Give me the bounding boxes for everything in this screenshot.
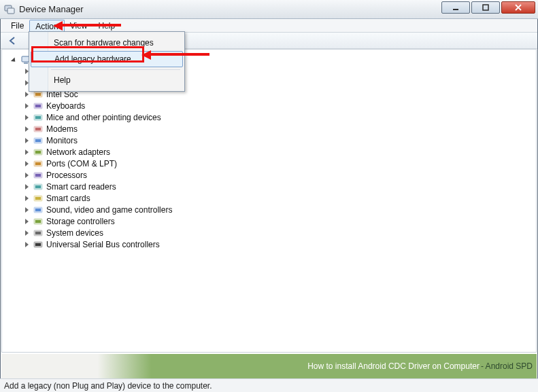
expander-icon[interactable] (24, 137, 31, 144)
menu-file[interactable]: File (5, 19, 29, 32)
svg-rect-11 (35, 93, 41, 96)
device-category-icon (33, 158, 44, 169)
back-button[interactable] (5, 35, 20, 47)
device-category-icon (33, 193, 44, 204)
statusbar: Add a legacy (non Plug and Play) device … (0, 378, 538, 392)
device-category-icon (33, 170, 44, 181)
expander-icon[interactable] (24, 149, 31, 156)
tree-node[interactable]: Keyboards (24, 100, 536, 111)
tree-node[interactable]: Processors (24, 169, 536, 181)
tutorial-banner: How to install Android CDC Driver on Com… (1, 354, 537, 378)
tree-node[interactable]: Universal Serial Bus controllers (24, 238, 536, 250)
expander-icon[interactable] (24, 103, 31, 109)
annotation-line (60, 24, 121, 26)
expander-icon[interactable] (24, 218, 31, 225)
device-category-icon (33, 124, 44, 135)
app-icon (4, 4, 15, 15)
expander-icon[interactable] (24, 160, 31, 167)
close-button[interactable] (501, 1, 535, 14)
expander-icon[interactable] (24, 126, 31, 132)
svg-rect-3 (483, 5, 488, 10)
device-category-icon (33, 228, 44, 238)
svg-rect-17 (35, 128, 41, 130)
tree-node-label: Network adapters (46, 147, 110, 157)
svg-rect-25 (35, 174, 41, 177)
tree-node[interactable]: Mice and other pointing devices (24, 111, 536, 123)
svg-rect-23 (35, 162, 41, 165)
tree-node[interactable]: Monitors (24, 135, 536, 146)
tree-node-label: Keyboards (46, 101, 85, 111)
svg-rect-5 (24, 63, 28, 64)
svg-rect-2 (453, 9, 458, 10)
device-category-icon (33, 101, 44, 111)
device-category-icon (33, 216, 44, 227)
titlebar: Device Manager (0, 0, 538, 19)
tree-node-label: Sound, video and game controllers (46, 205, 172, 215)
device-category-icon (33, 112, 44, 123)
tree-node[interactable]: Modems (24, 123, 536, 135)
svg-rect-13 (35, 105, 41, 107)
expander-icon[interactable] (24, 183, 31, 190)
dropdown-separator (51, 69, 180, 70)
expander-icon[interactable] (24, 114, 31, 121)
annotation-line (148, 53, 209, 56)
banner-text-2: - Android SPD (481, 361, 533, 371)
expander-icon[interactable] (24, 91, 31, 98)
svg-rect-1 (7, 8, 14, 14)
tree-node-label: Ports (COM & LPT) (46, 159, 117, 168)
svg-rect-19 (35, 139, 41, 142)
window-title: Device Manager (19, 4, 84, 14)
device-category-icon (33, 181, 44, 192)
expander-icon[interactable] (12, 56, 18, 63)
minimize-button[interactable] (441, 1, 470, 14)
tree-node-label: System devices (46, 228, 103, 238)
device-category-icon (33, 147, 44, 158)
svg-rect-15 (35, 116, 41, 119)
svg-rect-33 (35, 220, 41, 223)
annotation-arrow-icon (53, 21, 63, 31)
svg-rect-31 (35, 209, 41, 211)
tree-node-label: Smart cards (46, 194, 90, 203)
maximize-button[interactable] (471, 1, 500, 14)
banner-text-1: How to install Android CDC Driver on Com… (307, 361, 480, 371)
tree-node-label: Smart card readers (46, 182, 116, 192)
device-category-icon (33, 239, 44, 250)
svg-rect-21 (35, 151, 41, 154)
expander-icon[interactable] (24, 241, 31, 248)
annotation-arrow-icon (141, 50, 151, 60)
svg-rect-29 (35, 197, 41, 200)
tree-node[interactable]: Network adapters (24, 146, 536, 158)
tree-node-label: Universal Serial Bus controllers (46, 240, 160, 249)
status-text: Add a legacy (non Plug and Play) device … (4, 381, 212, 391)
tree-node-label: Storage controllers (46, 217, 115, 226)
tree-node[interactable]: Ports (COM & LPT) (24, 158, 536, 169)
dropdown-item-help[interactable]: Help (31, 72, 183, 88)
tree-node-label: Mice and other pointing devices (46, 113, 161, 122)
tree-node[interactable]: Smart card readers (24, 181, 536, 192)
tree-node[interactable]: Sound, video and game controllers (24, 204, 536, 215)
window-controls (441, 1, 535, 14)
tree-node-label: Monitors (46, 136, 78, 145)
svg-rect-27 (35, 185, 41, 188)
tree-node[interactable]: Storage controllers (24, 215, 536, 227)
tree-node-label: Modems (46, 124, 78, 134)
tree-node[interactable]: System devices (24, 227, 536, 238)
svg-rect-37 (35, 243, 41, 246)
action-dropdown: Scan for hardware changes Add legacy har… (29, 31, 185, 92)
expander-icon[interactable] (24, 207, 31, 213)
expander-icon[interactable] (24, 195, 31, 202)
tree-node[interactable]: Smart cards (24, 192, 536, 204)
dropdown-item-scan[interactable]: Scan for hardware changes (31, 35, 183, 51)
expander-icon[interactable] (24, 172, 31, 179)
tree-node-label: Processors (46, 171, 87, 180)
device-tree-panel: Display adaptersHuman Interface DevicesI… (1, 49, 537, 353)
device-category-icon (33, 135, 44, 146)
device-category-icon (33, 204, 44, 215)
svg-rect-35 (35, 232, 41, 234)
expander-icon[interactable] (24, 230, 31, 236)
